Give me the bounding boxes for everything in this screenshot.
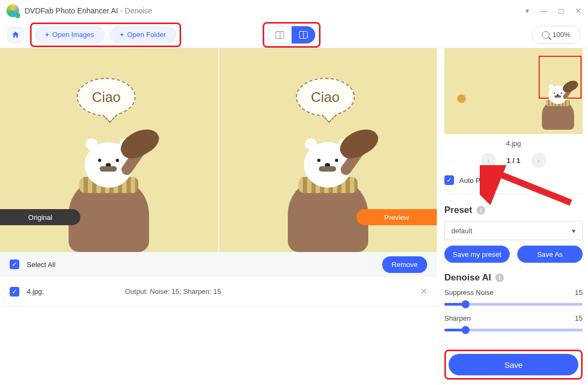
save-button[interactable]: Save: [449, 354, 578, 375]
bear-illustration: [58, 129, 160, 252]
suppress-noise-row: Suppress Noise 15: [444, 288, 583, 297]
view-split-button[interactable]: [292, 26, 315, 43]
zoom-control[interactable]: 100%: [532, 26, 580, 44]
home-button[interactable]: [8, 27, 24, 43]
file-row[interactable]: ✓ 4.jpg; Output: Noise: 15; Sharpen: 15 …: [0, 277, 437, 307]
preset-value: default: [451, 227, 472, 235]
plus-icon: +: [45, 31, 49, 39]
view-toggle: [267, 26, 316, 44]
split-view-icon: [299, 31, 308, 39]
thumbnail-filename: 4.jpg: [444, 139, 583, 147]
open-buttons-highlight: + Open Images + Open Folder: [30, 23, 181, 47]
preset-select[interactable]: default ▾: [444, 221, 583, 240]
file-name: 4.jpg;: [27, 287, 44, 295]
select-all-label: Select All: [27, 261, 55, 269]
preview-tag: Preview: [356, 209, 437, 225]
save-my-preset-button[interactable]: Save my preset: [444, 246, 510, 263]
info-icon[interactable]: i: [495, 273, 504, 282]
plus-icon: +: [120, 31, 124, 39]
open-folder-label: Open Folder: [127, 31, 166, 39]
speech-bubble: Ciao: [296, 78, 355, 116]
toolbar: + Open Images + Open Folder 100%: [0, 21, 588, 48]
bubble-text: Ciao: [92, 89, 121, 106]
suppress-noise-value: 15: [575, 288, 583, 297]
preset-title: Preseti: [444, 205, 583, 216]
menu-icon[interactable]: ▾: [525, 6, 529, 15]
pager-count: 1 / 1: [507, 157, 520, 165]
file-output: Output: Noise: 15; Sharpen: 15: [125, 287, 221, 295]
save-highlight: Save: [444, 350, 583, 380]
pager: ‹ 1 / 1 ›: [444, 153, 583, 168]
sidebar: 4.jpg ‹ 1 / 1 › ✓ Auto Preview Preseti d…: [437, 48, 588, 385]
speech-bubble: Ciao: [77, 78, 136, 116]
file-list-header: ✓ Select All Remove: [0, 252, 437, 277]
view-single-button[interactable]: [268, 26, 292, 43]
sharpen-row: Sharpen 15: [444, 314, 583, 322]
pager-prev-button[interactable]: ‹: [481, 153, 496, 168]
app-mode: Denoise: [125, 6, 152, 15]
zoom-value: 100%: [553, 31, 570, 39]
preview-area[interactable]: Ciao Ciao Original Preview: [0, 48, 437, 252]
sharpen-label: Sharpen: [444, 314, 471, 322]
thumbnail[interactable]: [444, 48, 583, 134]
single-view-icon: [276, 31, 284, 39]
auto-preview-checkbox[interactable]: ✓: [444, 175, 454, 185]
open-folder-button[interactable]: + Open Folder: [110, 26, 176, 43]
app-title: DVDFab Photo Enhancer AI - Denoise: [25, 6, 152, 15]
suppress-noise-label: Suppress Noise: [444, 288, 494, 297]
suppress-noise-slider[interactable]: [444, 303, 583, 306]
bear-illustration: [277, 129, 379, 252]
sharpen-value: 15: [575, 314, 583, 322]
open-images-label: Open Images: [53, 31, 94, 39]
app-logo: [6, 4, 19, 17]
remove-button[interactable]: Remove: [382, 256, 427, 273]
bubble-text: Ciao: [311, 89, 339, 106]
view-toggle-highlight: [263, 22, 321, 48]
maximize-icon[interactable]: ◻: [558, 6, 564, 15]
main-column: Ciao Ciao Original Preview ✓ Select All …: [0, 48, 437, 385]
denoise-title: Denoise AIi: [444, 272, 583, 283]
chevron-down-icon: ▾: [572, 227, 576, 235]
close-icon[interactable]: ✕: [575, 6, 582, 15]
titlebar: DVDFab Photo Enhancer AI - Denoise ▾ — ◻…: [0, 0, 588, 21]
select-all-checkbox[interactable]: ✓: [10, 260, 19, 269]
file-remove-icon[interactable]: ✕: [420, 286, 427, 297]
open-images-button[interactable]: + Open Images: [35, 26, 105, 43]
magnifier-icon: [542, 31, 549, 39]
save-as-button[interactable]: Save As: [517, 246, 583, 263]
app-name: DVDFab Photo Enhancer AI: [25, 6, 118, 15]
sharpen-slider[interactable]: [444, 329, 583, 331]
minimize-icon[interactable]: —: [540, 6, 547, 15]
original-tag: Original: [0, 209, 80, 225]
auto-preview-label: Auto Preview: [459, 176, 501, 184]
file-checkbox[interactable]: ✓: [10, 287, 19, 297]
window-controls: ▾ — ◻ ✕: [525, 6, 582, 15]
pager-next-button[interactable]: ›: [531, 153, 546, 168]
auto-preview-row: ✓ Auto Preview: [444, 173, 583, 187]
info-icon[interactable]: i: [477, 206, 485, 214]
bear-illustration-mini: [538, 80, 578, 130]
